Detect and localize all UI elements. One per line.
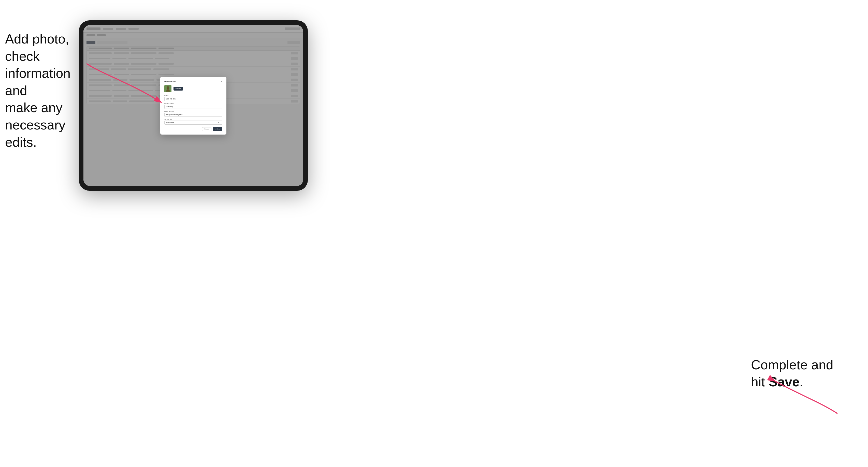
- upload-photo-button[interactable]: Upload: [174, 87, 183, 91]
- modal-footer: Cancel ↑ Save: [164, 127, 222, 131]
- email-field-group: Email address test@clippdcollege.edu: [164, 111, 222, 117]
- right-arrow-annotation: [766, 373, 843, 424]
- school-year-value: Fourth Year: [166, 122, 175, 123]
- modal-header: User details ×: [164, 81, 222, 83]
- modal-close-button[interactable]: ×: [221, 81, 222, 83]
- save-icon: ↑: [215, 128, 216, 130]
- select-icons: ✕ ⌃: [218, 122, 221, 123]
- name-input[interactable]: Blair McHarg: [164, 97, 222, 101]
- display-name-input[interactable]: B.McHarg: [164, 105, 222, 109]
- name-label: Name: [164, 95, 222, 96]
- school-year-label: School Year: [164, 119, 222, 120]
- school-year-field-group: School Year Fourth Year ✕ ⌃: [164, 119, 222, 125]
- email-label: Email address: [164, 111, 222, 112]
- display-name-label: Display name: [164, 103, 222, 104]
- display-name-field-group: Display name B.McHarg: [164, 103, 222, 109]
- user-details-modal: User details × Uploa: [160, 77, 226, 134]
- name-field-group: Name Blair McHarg: [164, 95, 222, 101]
- save-button-label: Save: [216, 128, 220, 130]
- photo-section: Upload: [164, 85, 222, 92]
- left-arrow-annotation: [82, 59, 168, 110]
- clear-icon[interactable]: ✕: [218, 122, 219, 123]
- cancel-button[interactable]: Cancel: [202, 127, 211, 131]
- save-button[interactable]: ↑ Save: [213, 127, 222, 131]
- chevron-icon[interactable]: ⌃: [220, 122, 221, 123]
- left-annotation: Add photo, check information and make an…: [5, 31, 87, 151]
- school-year-select[interactable]: Fourth Year ✕ ⌃: [164, 121, 222, 125]
- email-input[interactable]: test@clippdcollege.edu: [164, 113, 222, 117]
